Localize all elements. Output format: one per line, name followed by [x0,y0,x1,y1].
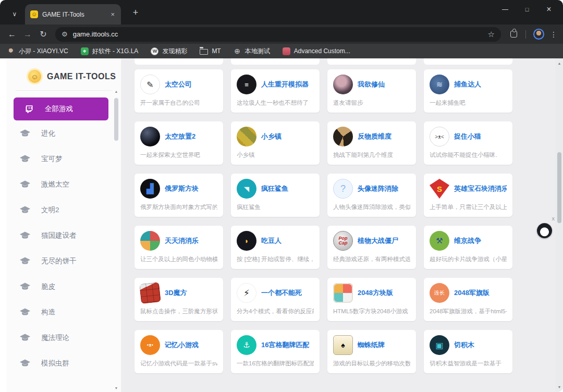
tab-close-icon[interactable]: × [109,10,116,18]
page-scrollbar[interactable]: ▲ ▼ [556,58,563,392]
game-card[interactable]: S 英雄宝石块消消乐 上手简单，只需让三个及以上的 [424,174,512,217]
dark-planet-icon [140,127,160,146]
close-button[interactable]: × [538,0,560,19]
bookmark-item[interactable]: ❖ 好软件 - X1G.LA [81,47,139,56]
game-title-link[interactable]: 2048军旗版 [454,288,489,298]
game-card[interactable]: ⚓ 16宫格翻牌匹配 一款16宫格的翻牌图标匹配游 [231,330,320,373]
sidebar-item[interactable]: 脆皮 [6,274,121,299]
game-title-link[interactable]: 小乡镇 [261,132,282,141]
game-title-link[interactable]: 我欲修仙 [358,80,385,89]
maximize-button[interactable]: □ [516,0,538,19]
sidebar-scrollbar[interactable]: ▲ ▼ [113,90,119,390]
scroll-down-icon[interactable]: ▼ [113,386,119,390]
game-card[interactable]: •ᴥ• 记忆小游戏 记忆小游戏代码是一款基于svg卡 [134,330,223,373]
bookmark-item[interactable]: MT [200,47,221,55]
game-title-link[interactable]: 记忆小游戏 [165,340,199,350]
game-card[interactable]: ✎ 太空公司 开一家属于自己的公司 [134,69,223,113]
game-card[interactable]: Pop Cap 植物大战僵尸 经典游戏还原，有两种模式选择 [327,226,416,269]
site-logo[interactable]: ☺ GAME IT-TOOLS [6,58,121,90]
sidebar-scrollbar-thumb[interactable] [114,98,118,141]
sidebar-item[interactable]: 模拟虫群 [6,350,121,376]
game-title-link[interactable]: 吃豆人 [261,236,282,246]
game-card[interactable]: ≡ 人生重开模拟器 这垃圾人生一秒也不想待了 [231,69,320,113]
game-title-link[interactable]: 3D魔方 [165,288,187,298]
game-card[interactable]: ▣ 切积木 切积木益智游戏是一款基于 [424,330,512,373]
game-card-header: 太空放置2 [140,127,217,146]
bookmark-label: 小羿 - XIAOYI.VC [19,47,68,56]
sidebar-item[interactable]: 无尽的饼干 [6,248,121,274]
game-title-link[interactable]: 蜘蛛纸牌 [358,340,385,350]
game-title-link[interactable]: 捉住小猫 [454,132,481,141]
game-card[interactable]: 反物质维度 挑战下能到第几个维度 [327,121,416,165]
game-title-link[interactable]: 疯狂鲨鱼 [261,184,288,193]
game-description: 上手简单，只需让三个及以上的 [430,203,507,211]
game-title-link[interactable]: 植物大战僵尸 [358,236,398,246]
bookmark-item[interactable]: Advanced Custom... [283,47,350,55]
town-aerial-icon [237,127,256,146]
menu-kebab-icon[interactable]: ⋮ [548,30,559,39]
sidebar-item[interactable]: 魔法理论 [6,325,121,350]
sidebar-item[interactable]: 激燃太空 [6,172,121,197]
game-description: 按 [空格] 开始或暂停、继续， [237,255,314,263]
game-title-link[interactable]: 太空公司 [165,80,192,89]
game-title-link[interactable]: 一个都不能死 [261,288,302,298]
sidebar-item[interactable]: 进化 [6,120,121,146]
game-card[interactable]: 小乡镇 小乡镇 [231,121,320,165]
game-card[interactable]: ♠ 蜘蛛纸牌 游戏的目标以最少的移动次数将 [327,330,416,373]
site-favicon-sun-icon: ☺ [30,10,38,18]
game-title-link[interactable]: 人生重开模拟器 [261,80,309,89]
game-title-link[interactable]: 太空放置2 [165,132,195,141]
widget-close-icon[interactable]: x [552,215,555,222]
active-tab[interactable]: ☺ GAME IT-Tools × [25,4,121,24]
game-card[interactable]: 我欲修仙 道友请留步 [327,69,416,113]
github-octocat-widget[interactable] [537,223,552,238]
bookmark-star-icon[interactable]: ☆ [488,30,495,39]
sidebar-item-all-games[interactable]: 全部游戏 [14,97,108,120]
bookmark-item[interactable]: 小羿 - XIAOYI.VC [7,47,68,56]
game-card[interactable]: ⚡ 一个都不能死 分为4个模式，看看你的反应能力 [231,278,320,321]
game-title-link[interactable]: 俄罗斯方块 [165,184,199,193]
forward-button[interactable]: → [20,27,35,42]
game-title-link[interactable]: 维京战争 [454,236,481,246]
game-card[interactable]: >ᴥ< 捉住小猫 试试你能不能捉住小猫咪. [424,121,512,165]
game-card[interactable]: ⚒ 维京战争 超好玩的卡片战争游戏（小星汉 [424,226,512,269]
game-title-link[interactable]: 反物质维度 [358,132,391,141]
game-card[interactable]: 天天消消乐 让三个及以上的同色小动物横竖 [134,226,223,269]
sidebar-item[interactable]: 文明2 [6,197,121,223]
game-title-link[interactable]: 16宫格翻牌匹配 [261,340,309,350]
tab-search-chevron-icon[interactable]: ∨ [7,7,22,21]
game-card[interactable]: ? 头像迷阵消除 人物头像迷阵消除游戏，类似 [327,174,416,217]
game-card[interactable]: 连长 2048军旗版 2048军旗版游戏，基于html5+js [424,278,512,321]
sidebar-item[interactable]: 构造 [6,299,121,325]
address-bar[interactable]: ⚙ game.ittools.cc ☆ [55,27,501,42]
game-title-link[interactable]: 捕鱼达人 [454,80,481,89]
scroll-down-icon[interactable]: ▼ [556,385,563,389]
game-card[interactable]: 太空放置2 一起来探索太空世界吧 [134,121,223,165]
back-button[interactable]: ← [4,27,20,42]
game-title-link[interactable]: 英雄宝石块消消乐 [454,184,507,193]
game-card[interactable]: ≋ 捕鱼达人 一起来捕鱼吧 [424,69,512,113]
sidebar-item[interactable]: 猫国建设者 [6,223,121,248]
game-card[interactable]: 2048方块版 HTML5数字方块2048小游戏，兼 [327,278,416,321]
profile-avatar[interactable] [533,29,544,40]
bookmark-item[interactable]: ⊕ 本地测试 [234,47,270,56]
new-tab-button[interactable]: + [129,6,142,19]
url-text[interactable]: game.ittools.cc [73,30,118,38]
game-title-link[interactable]: 天天消消乐 [165,236,199,246]
scroll-up-icon[interactable]: ▲ [556,62,563,65]
game-title-link[interactable]: 头像迷阵消除 [358,184,398,193]
bookmark-item[interactable]: W 发现精彩 [151,47,187,56]
game-card[interactable]: ◗ 吃豆人 按 [空格] 开始或暂停、继续， [231,226,320,269]
site-settings-icon[interactable]: ⚙ [62,30,68,38]
game-card[interactable]: 3D魔方 鼠标点击操作，三阶魔方形状逼 [134,278,223,321]
game-title-link[interactable]: 2048方块版 [358,288,393,298]
scroll-up-icon[interactable]: ▲ [113,90,119,93]
sidebar-item[interactable]: 宝可梦 [6,146,121,172]
page-scrollbar-thumb[interactable] [557,152,561,223]
game-title-link[interactable]: 切积木 [454,340,474,350]
reload-button[interactable]: ↻ [35,27,51,42]
game-card[interactable]: ▟ 俄罗斯方块 俄罗斯方块面向对象方式写的, [134,174,223,217]
extensions-icon[interactable] [510,31,517,38]
minimize-button[interactable]: — [494,0,516,19]
game-card[interactable]: ◥ 疯狂鲨鱼 疯狂鲨鱼 [231,174,320,217]
